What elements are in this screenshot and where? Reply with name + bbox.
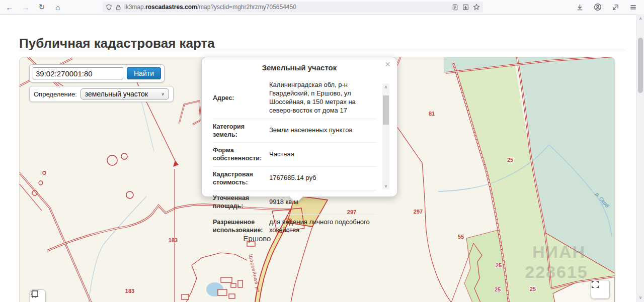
save-page-icon[interactable] <box>462 4 469 11</box>
page-title: Публичная кадастровая карта <box>19 36 215 51</box>
page-scrollbar[interactable]: ∧ ∨ <box>636 14 644 302</box>
popup-row: Разрешенное использование:для ведения ли… <box>213 214 377 239</box>
popup-row-value: Частная <box>269 146 377 163</box>
scroll-up-icon[interactable]: ∧ <box>382 84 389 89</box>
url-text: ik3map.roscadastres.com/map?ysclid=mghr2… <box>124 4 452 11</box>
popup-row-label: Разрешенное использование: <box>213 218 266 235</box>
popup-rows: Адрес:Калининградская обл, р-н Гвардейск… <box>213 77 377 192</box>
popup-title: Земельный участок <box>202 57 397 72</box>
reader-mode-icon[interactable] <box>452 4 458 11</box>
filter-label: Определение: <box>34 90 77 98</box>
popup-row-value: для ведения личного подсобного хозяйства <box>269 218 377 235</box>
popup-row-value: 1767685.14 руб <box>269 170 377 187</box>
popup-row-label: Форма собственности: <box>213 146 266 163</box>
bookmark-star-icon[interactable] <box>473 4 480 11</box>
back-icon[interactable]: ← <box>3 2 16 13</box>
popup-row: Кадастровая стоимость:1767685.14 руб <box>213 166 377 190</box>
browser-toolbar: ← → ↻ ⌂ ik3map.roscadastres.com/map?yscl… <box>0 0 644 15</box>
forward-icon[interactable]: → <box>19 2 32 13</box>
close-icon[interactable]: × <box>385 60 390 69</box>
header-divider <box>19 50 625 50</box>
popup-row-label: Уточненная площадь: <box>213 194 266 211</box>
popup-row-value: 9918 кв.м <box>269 194 377 211</box>
popup-row-label: Кадастровая стоимость: <box>213 170 266 187</box>
download-icon[interactable] <box>576 4 584 11</box>
reload-icon[interactable]: ↻ <box>35 2 48 13</box>
lock-icon <box>115 4 121 11</box>
filter-selected-value: земельный участок <box>85 90 148 98</box>
filter-panel: Определение: земельный участок ∨ <box>29 86 174 102</box>
url-bar[interactable]: ik3map.roscadastres.com/map?ysclid=mghr2… <box>103 2 483 13</box>
popup-row: Адрес:Калининградская обл, р-н Гвардейск… <box>213 77 377 119</box>
popup-row: Форма собственности:Частная <box>213 142 377 166</box>
shield-icon <box>106 4 112 11</box>
chevron-down-icon: ∨ <box>161 91 165 96</box>
popup-scrollbar[interactable]: ∧ ∨ <box>382 83 389 189</box>
popup-row: Категория земель:Земли населенных пункто… <box>213 119 377 143</box>
extensions-icon[interactable] <box>612 4 619 11</box>
search-button[interactable]: Найти <box>127 67 161 79</box>
popup-row-value: Земли населенных пунктов <box>269 123 377 139</box>
popup-row-value: Калининградская обл, р-н Гвардейский, п … <box>269 81 377 115</box>
account-icon[interactable] <box>594 3 602 11</box>
scroll-down-icon[interactable]: ∨ <box>382 183 389 188</box>
measure-tool-button[interactable] <box>30 289 46 302</box>
popup-scrollbar-thumb[interactable] <box>383 95 389 125</box>
page-scrollbar-thumb[interactable] <box>638 38 643 93</box>
popup-row-label: Адрес: <box>213 81 266 115</box>
fullscreen-icon <box>591 280 599 288</box>
parcel-info-popup: × Земельный участок Адрес:Калининградска… <box>201 57 397 197</box>
fullscreen-button[interactable] <box>591 280 610 299</box>
menu-icon[interactable] <box>629 4 637 11</box>
scroll-up-icon[interactable]: ∧ <box>637 16 644 21</box>
home-icon[interactable]: ⌂ <box>51 2 64 13</box>
search-panel: Найти <box>29 64 165 82</box>
filter-select[interactable]: земельный участок ∨ <box>80 88 169 99</box>
popup-row: Уточненная площадь:9918 кв.м <box>213 190 377 214</box>
popup-row-label: Категория земель: <box>213 123 266 139</box>
search-input[interactable] <box>33 67 123 79</box>
scroll-down-icon[interactable]: ∨ <box>637 295 644 300</box>
measure-icon <box>30 290 39 298</box>
